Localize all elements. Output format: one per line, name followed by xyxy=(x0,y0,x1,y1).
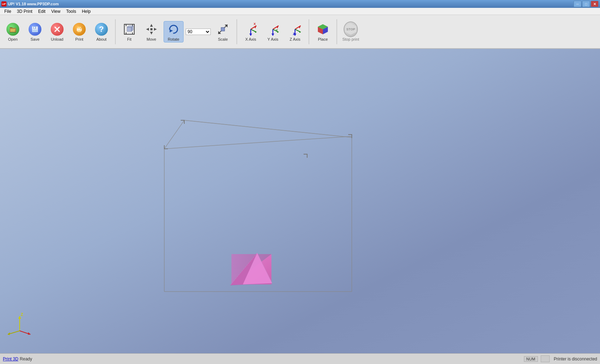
minimize-button[interactable]: ─ xyxy=(574,1,581,7)
stop-btn-bg: STOP xyxy=(344,21,358,37)
unload-icon-circle xyxy=(51,23,64,36)
stop-icon-inner: STOP xyxy=(345,24,356,35)
svg-rect-26 xyxy=(221,27,225,31)
svg-marker-19 xyxy=(146,28,149,31)
menu-edit[interactable]: Edit xyxy=(35,8,49,15)
open-label: Open xyxy=(8,37,18,41)
z-axis-icon: Z xyxy=(288,22,302,36)
status-bar: Print 3D Ready NUM Printer is disconnect… xyxy=(0,353,600,364)
z-axis-button[interactable]: Z Z Axis xyxy=(285,21,305,42)
num-indicator: NUM xyxy=(524,356,538,362)
svg-marker-17 xyxy=(150,24,153,27)
svg-rect-10 xyxy=(78,27,81,29)
svg-marker-32 xyxy=(249,34,252,36)
rotate-select[interactable]: 90 45 30 15 5 1 xyxy=(186,29,211,35)
stop-print-icon: STOP xyxy=(344,22,358,36)
scale-icon xyxy=(216,22,230,36)
move-icon xyxy=(144,22,159,36)
svg-marker-39 xyxy=(271,34,274,36)
menu-view[interactable]: View xyxy=(48,8,63,15)
svg-rect-53 xyxy=(0,49,600,353)
svg-marker-22 xyxy=(170,29,173,32)
svg-text:X: X xyxy=(254,22,256,26)
open-icon-circle xyxy=(6,23,19,36)
menu-file[interactable]: File xyxy=(1,8,14,15)
print-3d-label: Print 3D xyxy=(3,357,18,362)
save-button[interactable]: Save xyxy=(25,21,45,42)
svg-rect-6 xyxy=(32,30,38,32)
place-label: Place xyxy=(318,37,328,41)
print-label: Print xyxy=(75,37,84,41)
rotate-button[interactable]: Rotate xyxy=(164,21,184,42)
menu-bar: File 3D Print Edit View Tools Help xyxy=(0,8,600,15)
print-icon-circle xyxy=(73,23,86,36)
title-bar: UP UP! V1.18 www.PP3DP.com ─ □ ✕ xyxy=(0,0,600,8)
scale-label: Scale xyxy=(218,37,228,41)
y-axis-label: Y Axis xyxy=(268,37,278,41)
printer-status: Printer is disconnected xyxy=(554,357,597,362)
rotate-label: Rotate xyxy=(168,37,179,41)
about-icon: ? xyxy=(94,22,109,36)
stop-print-button[interactable]: STOP Stop print xyxy=(341,21,361,42)
unload-label: Unload xyxy=(51,37,64,41)
svg-rect-12 xyxy=(80,29,81,29)
save-icon xyxy=(28,22,42,36)
save-label: Save xyxy=(30,37,39,41)
svg-text:Z: Z xyxy=(21,312,23,317)
fit-icon xyxy=(122,22,136,36)
svg-rect-5 xyxy=(34,27,35,29)
close-button[interactable]: ✕ xyxy=(591,1,599,7)
save-icon-circle xyxy=(29,23,41,36)
svg-text:Y: Y xyxy=(276,29,278,32)
app-logo: UP xyxy=(1,1,6,6)
scale-button[interactable]: Scale xyxy=(213,21,233,42)
menu-help[interactable]: Help xyxy=(79,8,94,15)
svg-rect-14 xyxy=(127,27,131,31)
window-title: UP! V1.18 www.PP3DP.com xyxy=(8,2,59,6)
about-label: About xyxy=(96,37,107,41)
move-label: Move xyxy=(147,37,156,41)
separator-3 xyxy=(309,19,309,44)
rotate-value-dropdown[interactable]: 90 45 30 15 5 1 xyxy=(186,29,211,35)
place-icon xyxy=(316,22,330,36)
move-button[interactable]: Move xyxy=(141,21,161,42)
keyboard-indicator xyxy=(541,355,550,362)
stop-print-label: Stop print xyxy=(342,37,359,41)
x-axis-icon: X xyxy=(244,22,258,36)
x-axis-button[interactable]: X X Axis xyxy=(241,21,261,42)
separator-1 xyxy=(115,19,116,44)
y-axis-button[interactable]: Y Y Axis xyxy=(263,21,283,42)
unload-button[interactable]: Unload xyxy=(47,21,67,42)
title-left: UP UP! V1.18 www.PP3DP.com xyxy=(1,1,59,6)
rotate-icon xyxy=(166,22,181,36)
3d-scene: Z xyxy=(0,49,600,353)
place-button[interactable]: Place xyxy=(313,21,333,42)
unload-icon xyxy=(50,22,64,36)
print-button[interactable]: Print xyxy=(69,21,89,42)
maximize-button[interactable]: □ xyxy=(582,1,590,7)
z-axis-label: Z Axis xyxy=(290,37,300,41)
svg-rect-21 xyxy=(150,28,152,30)
open-button[interactable]: Open xyxy=(3,21,23,42)
y-axis-icon: Y xyxy=(266,22,280,36)
about-icon-circle: ? xyxy=(95,23,108,36)
menu-3dprint[interactable]: 3D Print xyxy=(14,8,35,15)
fit-label: Fit xyxy=(127,37,131,41)
window-controls[interactable]: ─ □ ✕ xyxy=(574,1,599,7)
toolbar: Open Save Unload xyxy=(0,15,600,49)
about-button[interactable]: ? About xyxy=(91,21,111,42)
svg-rect-11 xyxy=(78,30,81,32)
open-icon xyxy=(6,22,20,36)
print-icon xyxy=(72,22,86,36)
fit-button[interactable]: Fit xyxy=(119,21,139,42)
svg-marker-18 xyxy=(150,32,153,35)
svg-text:Z: Z xyxy=(293,32,295,36)
status-ready: Ready xyxy=(20,357,32,362)
separator-4 xyxy=(336,19,337,44)
x-axis-label: X Axis xyxy=(245,37,256,41)
menu-tools[interactable]: Tools xyxy=(63,8,79,15)
svg-marker-20 xyxy=(154,28,157,31)
separator-2 xyxy=(236,19,237,44)
viewport[interactable]: Z xyxy=(0,49,600,353)
